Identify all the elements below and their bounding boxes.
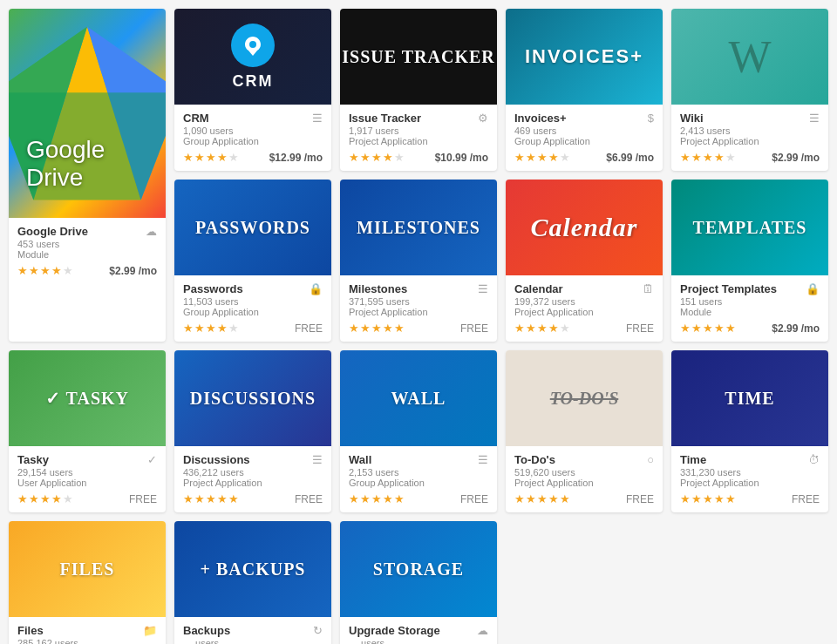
crm-footer: ★★★★★$12.99 /mo: [183, 151, 323, 164]
crm-name: CRM: [183, 112, 209, 125]
card-milestones[interactable]: MILESTONESMilestones☰371,595 usersProjec…: [340, 180, 497, 342]
todos-price: FREE: [626, 493, 654, 505]
tasky-type-icon: ✓: [147, 453, 157, 466]
passwords-type-icon: 🔒: [309, 282, 323, 295]
todos-stars: ★★★★★: [514, 492, 571, 505]
passwords-body: Passwords🔒11,503 usersGroup Application★…: [174, 275, 331, 342]
svg-point-4: [249, 41, 256, 48]
storage-users: — users: [349, 638, 488, 644]
time-body: Time⏱331,230 usersProject Application★★★…: [671, 446, 828, 512]
tasky-users: 29,154 users: [17, 467, 157, 478]
wiki-thumbnail: W: [671, 9, 828, 105]
backups-users: — users: [183, 638, 323, 644]
card-discussions[interactable]: DISCUSSIONSDiscussions☰436,212 usersProj…: [174, 350, 331, 512]
calendar-stars: ★★★★★: [514, 322, 571, 335]
discussions-stars: ★★★★★: [183, 492, 240, 505]
card-backups[interactable]: + BACKUPSBackups↻— usersProject Applicat…: [174, 521, 331, 644]
todos-name: To-Do's: [514, 453, 555, 466]
milestones-users: 371,595 users: [349, 296, 488, 307]
milestones-footer: ★★★★★FREE: [349, 322, 488, 335]
calendar-users: 199,372 users: [514, 296, 654, 307]
tasky-type: User Application: [17, 478, 157, 488]
wiki-body: Wiki☰2,413 usersProject Application★★★★★…: [671, 105, 828, 171]
wall-thumbnail: WALL: [340, 350, 497, 446]
milestones-type: Project Application: [349, 307, 488, 317]
todos-footer: ★★★★★FREE: [514, 492, 654, 505]
google-drive-type: Module: [17, 249, 157, 260]
google-drive-type-icon: ☁: [146, 225, 157, 238]
milestones-price: FREE: [460, 322, 488, 335]
storage-thumbnail: STORAGE: [340, 521, 497, 617]
discussions-price: FREE: [295, 493, 323, 505]
crm-price: $12.99 /mo: [269, 152, 323, 164]
passwords-type: Group Application: [183, 307, 323, 317]
todos-users: 519,620 users: [514, 467, 654, 478]
card-crm[interactable]: CRM CRM☰1,090 usersGroup Application★★★★…: [174, 9, 331, 171]
files-body: Files📁285,162 usersProject Application★★…: [9, 617, 166, 644]
passwords-name: Passwords: [183, 282, 243, 295]
google-drive-users: 453 users: [17, 239, 157, 249]
invoices-type-icon: $: [648, 112, 654, 125]
passwords-thumbnail: PASSWORDS: [174, 180, 331, 275]
google-drive-body: Google Drive☁453 usersModule★★★★★$2.99 /…: [9, 218, 166, 284]
app-grid: Google Drive Google Drive☁453 usersModul…: [9, 9, 828, 644]
time-type: Project Application: [680, 478, 820, 488]
todos-body: To-Do's○519,620 usersProject Application…: [506, 446, 663, 512]
calendar-price: FREE: [626, 322, 654, 335]
calendar-thumbnail: Calendar: [506, 180, 663, 275]
wiki-users: 2,413 users: [680, 125, 820, 136]
card-wiki[interactable]: WWiki☰2,413 usersProject Application★★★★…: [671, 9, 828, 171]
calendar-footer: ★★★★★FREE: [514, 322, 654, 335]
crm-type-icon: ☰: [312, 112, 323, 125]
tasky-footer: ★★★★★FREE: [17, 492, 157, 505]
wall-users: 2,153 users: [349, 467, 488, 478]
project-templates-type-icon: 🔒: [806, 282, 820, 295]
issue-tracker-name: Issue Tracker: [349, 112, 421, 125]
tasky-name: Tasky: [17, 453, 49, 466]
card-calendar[interactable]: CalendarCalendar🗓199,372 usersProject Ap…: [506, 180, 663, 342]
wiki-stars: ★★★★★: [680, 151, 737, 164]
discussions-footer: ★★★★★FREE: [183, 492, 323, 505]
card-invoices[interactable]: INVOICES+Invoices+$469 usersGroup Applic…: [506, 9, 663, 171]
project-templates-footer: ★★★★★$2.99 /mo: [680, 322, 820, 335]
passwords-price: FREE: [295, 322, 323, 335]
discussions-thumbnail: DISCUSSIONS: [174, 350, 331, 446]
invoices-thumbnail: INVOICES+: [506, 9, 663, 105]
card-issue-tracker[interactable]: ISSUE TRACKERIssue Tracker⚙1,917 usersPr…: [340, 9, 497, 171]
backups-thumbnail: + BACKUPS: [174, 521, 331, 617]
wall-name: Wall: [349, 453, 371, 466]
crm-body: CRM☰1,090 usersGroup Application★★★★★$12…: [174, 105, 331, 171]
backups-name: Backups: [183, 624, 230, 637]
wall-price: FREE: [460, 493, 488, 505]
card-tasky[interactable]: ✓ TASKYTasky✓29,154 usersUser Applicatio…: [9, 350, 166, 512]
invoices-price: $6.99 /mo: [606, 152, 654, 164]
milestones-thumbnail: MILESTONES: [340, 180, 497, 275]
card-passwords[interactable]: PASSWORDSPasswords🔒11,503 usersGroup App…: [174, 180, 331, 342]
wall-type: Group Application: [349, 478, 488, 488]
time-price: FREE: [792, 493, 820, 505]
card-google-drive[interactable]: Google Drive Google Drive☁453 usersModul…: [9, 9, 166, 342]
crm-type: Group Application: [183, 136, 323, 146]
card-time[interactable]: TIMETime⏱331,230 usersProject Applicatio…: [671, 350, 828, 512]
issue-tracker-type: Project Application: [349, 136, 488, 146]
card-project-templates[interactable]: TEMPLATESProject Templates🔒151 usersModu…: [671, 180, 828, 342]
card-files[interactable]: FILESFiles📁285,162 usersProject Applicat…: [9, 521, 166, 644]
project-templates-name: Project Templates: [680, 282, 777, 295]
passwords-footer: ★★★★★FREE: [183, 322, 323, 335]
card-storage[interactable]: STORAGEUpgrade Storage☁— usersCloud Appl…: [340, 521, 497, 644]
project-templates-users: 151 users: [680, 296, 820, 307]
wiki-type-icon: ☰: [809, 112, 820, 125]
storage-body: Upgrade Storage☁— usersCloud Application…: [340, 617, 497, 644]
google-drive-stars: ★★★★★: [17, 264, 74, 277]
wiki-price: $2.99 /mo: [772, 152, 820, 164]
storage-name: Upgrade Storage: [349, 624, 440, 637]
backups-body: Backups↻— usersProject Application★★★★★$…: [174, 617, 331, 644]
tasky-stars: ★★★★★: [17, 492, 74, 505]
issue-tracker-type-icon: ⚙: [478, 112, 488, 125]
discussions-name: Discussions: [183, 453, 250, 466]
card-todos[interactable]: TO-DO'STo-Do's○519,620 usersProject Appl…: [506, 350, 663, 512]
milestones-body: Milestones☰371,595 usersProject Applicat…: [340, 275, 497, 342]
invoices-name: Invoices+: [514, 112, 567, 125]
discussions-users: 436,212 users: [183, 467, 323, 478]
card-wall[interactable]: WALLWall☰2,153 usersGroup Application★★★…: [340, 350, 497, 512]
